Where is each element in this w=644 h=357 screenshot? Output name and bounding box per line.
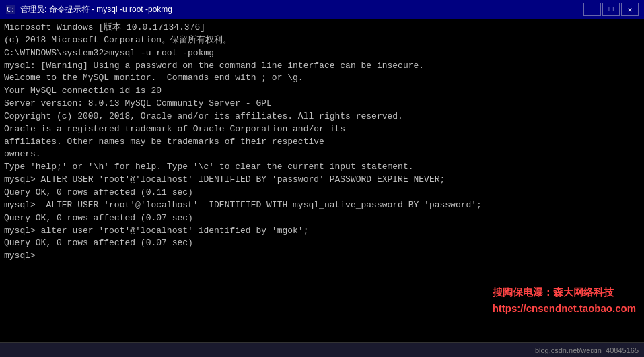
terminal-line: Server version: 8.0.13 MySQL Community S… — [4, 98, 640, 110]
terminal-line: Oracle is a registered trademark of Orac… — [4, 123, 640, 136]
terminal-line: (c) 2018 Microsoft Corporation。保留所有权利。 — [4, 34, 640, 47]
titlebar: C:\ 管理员: 命令提示符 - mysql -u root -pokmg ─ … — [0, 0, 644, 19]
terminal-line: Query OK, 0 rows affected (0.07 sec) — [4, 212, 640, 225]
minimize-button[interactable]: ─ — [583, 3, 601, 16]
terminal-line: affiliates. Other names may be trademark… — [4, 136, 640, 149]
terminal-line: Query OK, 0 rows affected (0.11 sec) — [4, 187, 640, 199]
titlebar-left: C:\ 管理员: 命令提示符 - mysql -u root -pokmg — [5, 4, 172, 15]
terminal-line: mysql> — [4, 250, 640, 263]
window-title: 管理员: 命令提示符 - mysql -u root -pokmg — [20, 4, 172, 15]
statusbar-text: blog.csdn.net/weixin_40845165 — [535, 346, 639, 354]
terminal-line: C:\WINDOWS\system32>mysql -u root -pokmg — [4, 47, 640, 60]
terminal-line: mysql> ALTER USER 'root'@'localhost' IDE… — [4, 199, 640, 212]
watermark-line2: https://cnsendnet.taobao.com — [493, 300, 636, 317]
terminal-line: Welcome to the MySQL monitor. Commands e… — [4, 72, 640, 85]
svg-text:C:\: C:\ — [7, 6, 15, 13]
close-button[interactable]: ✕ — [621, 3, 639, 16]
maximize-button[interactable]: □ — [602, 3, 620, 16]
terminal-line: Type 'help;' or '\h' for help. Type '\c'… — [4, 161, 640, 174]
terminal-line: Query OK, 0 rows affected (0.07 sec) — [4, 237, 640, 250]
terminal-line: owners. — [4, 148, 640, 161]
cmd-icon: C:\ — [5, 4, 16, 15]
terminal-line: Your MySQL connection id is 20 — [4, 85, 640, 98]
terminal-line: Microsoft Windows [版本 10.0.17134.376] — [4, 22, 640, 34]
watermark-line1: 搜陶保电瀑：森大网络科技 — [493, 284, 636, 300]
watermark: 搜陶保电瀑：森大网络科技 https://cnsendnet.taobao.co… — [493, 284, 636, 317]
window-controls: ─ □ ✕ — [583, 3, 639, 16]
terminal-line: mysql> ALTER USER 'root'@'localhost' IDE… — [4, 174, 640, 187]
terminal-line: mysql: [Warning] Using a password on the… — [4, 60, 640, 73]
terminal-line: Copyright (c) 2000, 2018, Oracle and/or … — [4, 110, 640, 123]
statusbar: blog.csdn.net/weixin_40845165 — [0, 342, 644, 357]
terminal-line: mysql> alter user 'root'@'localhost' ide… — [4, 225, 640, 238]
